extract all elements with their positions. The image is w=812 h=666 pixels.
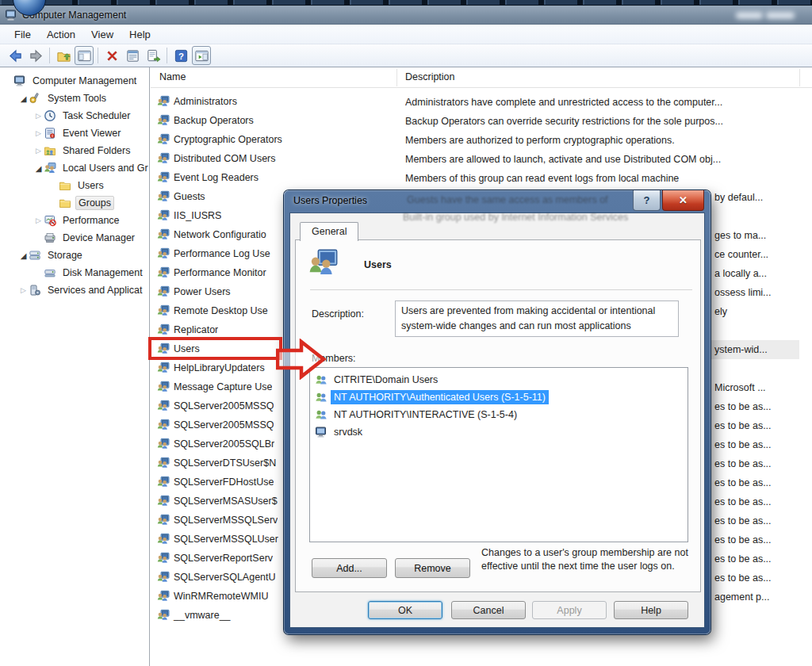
list-header: Name Description (151, 67, 812, 88)
group-icon (157, 571, 170, 584)
show-action-pane-icon[interactable] (192, 46, 211, 65)
general-tab-page: Users Description: Users are prevented f… (295, 239, 701, 592)
window-titlebar[interactable]: Computer Management (0, 6, 812, 25)
tree-item-computer-management[interactable]: Computer Management (3, 72, 139, 90)
tree-item-services-and-applicat[interactable]: ▷Services and Applicat (18, 281, 145, 299)
members-listbox[interactable]: CITRITE\Domain UsersNT AUTHORITY\Authent… (309, 367, 688, 542)
tree-item-performance[interactable]: ▷Performance (33, 212, 122, 229)
group-icon (157, 266, 170, 279)
column-separator[interactable] (396, 69, 397, 86)
tree-item-task-scheduler[interactable]: ▷Task Scheduler (33, 107, 132, 124)
forward-arrow-icon[interactable] (26, 46, 45, 65)
properties-icon[interactable] (123, 46, 142, 65)
table-row-administrators[interactable]: AdministratorsAdministrators have comple… (151, 93, 812, 112)
tree-item-event-viewer[interactable]: ▷Event Viewer (33, 124, 123, 142)
toolbar-separator (167, 48, 167, 63)
disk-management-icon (44, 266, 56, 279)
tree-item-label: Event Viewer (60, 127, 123, 140)
tree-item-label: Shared Folders (60, 144, 132, 157)
back-arrow-icon[interactable] (6, 46, 25, 65)
cancel-button[interactable]: Cancel (451, 601, 526, 619)
up-one-level-icon[interactable] (54, 46, 73, 65)
tree-item-groups[interactable]: Groups (48, 194, 114, 212)
tree-item-storage[interactable]: ◢Storage (18, 247, 85, 264)
group-name: Guests (174, 191, 205, 202)
group-description-fragment: es to be as... (714, 420, 772, 431)
tree-expander-icon[interactable]: ◢ (18, 94, 29, 103)
tree-expander-icon[interactable]: ◢ (33, 164, 44, 173)
delete-icon[interactable] (102, 46, 121, 65)
group-name: Backup Operators (174, 115, 254, 126)
group-name: Network Configuratio (174, 229, 266, 240)
column-header-name[interactable]: Name (159, 71, 186, 82)
tree-expander-icon[interactable]: ▷ (33, 112, 44, 120)
group-icon (157, 190, 170, 203)
column-header-description[interactable]: Description (405, 71, 455, 82)
group-description-fragment: es to be as... (714, 477, 772, 488)
annotation-rectangle (148, 337, 282, 360)
ok-button[interactable]: OK (368, 601, 442, 619)
menu-help[interactable]: Help (121, 26, 159, 43)
menu-action[interactable]: Action (39, 26, 83, 43)
menu-file[interactable]: File (6, 26, 39, 43)
table-row-backup-operators[interactable]: Backup OperatorsBackup Operators can ove… (151, 112, 812, 131)
tree-item-label: Disk Management (60, 266, 145, 279)
group-icon (157, 304, 170, 317)
export-list-icon[interactable] (144, 46, 163, 65)
group-icon (157, 95, 170, 108)
group-description-fragment: ystem-wid... (714, 344, 768, 355)
tree-expander-icon[interactable]: ▷ (33, 147, 44, 155)
member-row-nt-authority-authenticated-users-s-1-5-11[interactable]: NT AUTHORITY\Authenticated Users (S-1-5-… (310, 388, 688, 406)
tree-expander-icon[interactable]: ▷ (18, 286, 29, 294)
member-row-citrite-domain-users[interactable]: CITRITE\Domain Users (310, 371, 688, 388)
group-icon (157, 419, 170, 431)
group-description-fragment: ce counter... (714, 249, 768, 260)
member-row-nt-authority-interactive-s-1-5-4[interactable]: NT AUTHORITY\INTERACTIVE (S-1-5-4) (310, 406, 688, 423)
dialog-help-icon[interactable]: ? (633, 190, 661, 211)
tree-item-local-users-and-gr[interactable]: ◢Local Users and Gr (33, 159, 150, 177)
group-description: Members of this group can read event log… (405, 173, 799, 184)
system-tools-icon (29, 92, 41, 105)
help-icon[interactable]: ? (171, 46, 190, 65)
group-name: SQLServer2005MSSQ (174, 419, 274, 431)
tree-item-label: Performance (60, 214, 122, 227)
tab-general[interactable]: General (300, 222, 358, 241)
close-icon[interactable]: ✕ (662, 190, 704, 211)
group-icon (157, 495, 170, 507)
menu-view[interactable]: View (83, 26, 121, 43)
member-group-icon (315, 408, 327, 421)
member-name: NT AUTHORITY\Authenticated Users (S-1-5-… (331, 390, 549, 404)
tree-item-disk-management[interactable]: Disk Management (33, 264, 145, 281)
tree-expander-icon[interactable]: ▷ (33, 216, 44, 224)
apply-button[interactable]: Apply (532, 601, 607, 619)
group-name: Replicator (174, 324, 218, 335)
column-separator[interactable] (799, 69, 800, 86)
member-row-srvdsk[interactable]: srvdsk (310, 423, 688, 441)
add-button[interactable]: Add... (312, 558, 387, 578)
taskbar-strip[interactable] (0, 0, 812, 6)
folder-icon (59, 197, 71, 209)
group-name: Cryptographic Operators (174, 134, 282, 145)
tree-item-system-tools[interactable]: ◢System Tools (18, 90, 109, 107)
group-description-fragment: es to be as... (714, 534, 772, 545)
tree-expander-icon[interactable]: ◢ (18, 251, 29, 260)
blurred-user-badge (736, 12, 763, 19)
group-name: SQLServer2005SQLBr (174, 438, 274, 450)
group-icon (157, 476, 170, 488)
help-button[interactable]: Help (614, 601, 688, 619)
remove-button[interactable]: Remove (395, 558, 470, 578)
table-row-distributed-com-users[interactable]: Distributed COM UsersMembers are allowed… (151, 150, 812, 169)
tree-item-label: Computer Management (30, 75, 139, 87)
tree-item-label: Users (75, 179, 106, 192)
performance-icon (44, 214, 56, 227)
tree-item-shared-folders[interactable]: ▷Shared Folders (33, 142, 132, 159)
tree-expander-icon[interactable]: ▷ (33, 129, 44, 137)
table-row-event-log-readers[interactable]: Event Log ReadersMembers of this group c… (151, 169, 812, 188)
description-field[interactable]: Users are prevented from making accident… (395, 300, 679, 337)
show-console-tree-icon[interactable] (75, 46, 94, 65)
group-name: Remote Desktop Use (174, 305, 268, 316)
member-name: CITRITE\Domain Users (331, 373, 441, 387)
tree-item-device-manager[interactable]: Device Manager (33, 229, 137, 247)
table-row-cryptographic-operators[interactable]: Cryptographic OperatorsMembers are autho… (151, 131, 812, 150)
tree-item-users[interactable]: Users (48, 177, 106, 194)
